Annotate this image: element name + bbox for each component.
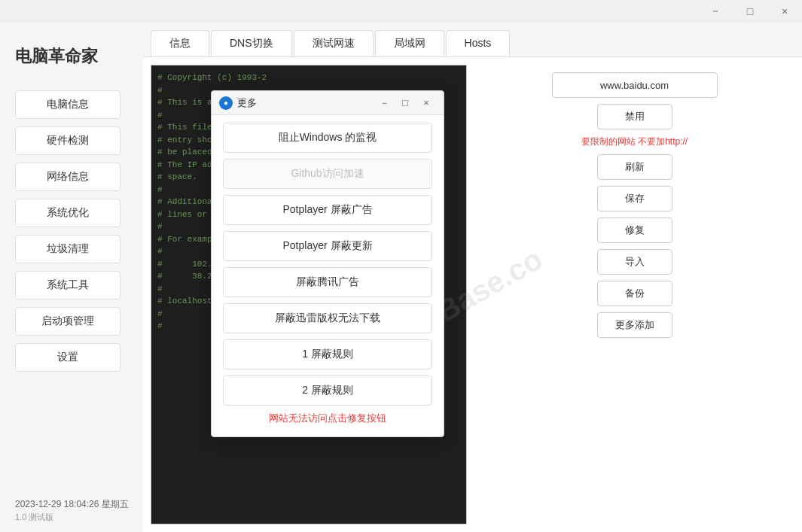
popup-btn-potplayer-ad[interactable]: Potplayer 屏蔽广告 (223, 195, 432, 225)
popup-app-icon: ● (219, 96, 233, 110)
popup-overlay: ● 更多 － □ × 阻止Windows 的监视 Github访问加速 Potp… (0, 0, 802, 532)
popup-title-section: ● 更多 (219, 96, 257, 110)
popup-btn-block-rule-1[interactable]: 1 屏蔽规则 (223, 339, 432, 369)
popup-title-text: 更多 (237, 96, 257, 110)
popup-window-controls: － □ × (374, 96, 436, 111)
popup-close-button[interactable]: × (416, 96, 436, 111)
popup-btn-github-speed: Github访问加速 (223, 159, 432, 189)
popup-btn-block-windows[interactable]: 阻止Windows 的监视 (223, 123, 432, 153)
popup-btn-block-xunlei[interactable]: 屏蔽迅雷版权无法下载 (223, 303, 432, 333)
popup-minimize-button[interactable]: － (374, 96, 394, 111)
popup-btn-block-rule-2[interactable]: 2 屏蔽规则 (223, 375, 432, 406)
popup-btn-block-qq-ad[interactable]: 屏蔽腾讯广告 (223, 267, 432, 297)
popup-btn-potplayer-update[interactable]: Potplayer 屏蔽更新 (223, 231, 432, 261)
popup-maximize-button[interactable]: □ (395, 96, 415, 111)
popup-repair-link[interactable]: 网站无法访问点击修复按钮 (223, 412, 432, 425)
popup-body: 阻止Windows 的监视 Github访问加速 Potplayer 屏蔽广告 … (212, 115, 444, 436)
popup-titlebar: ● 更多 － □ × (212, 91, 444, 115)
popup-window: ● 更多 － □ × 阻止Windows 的监视 Github访问加速 Potp… (211, 90, 444, 437)
